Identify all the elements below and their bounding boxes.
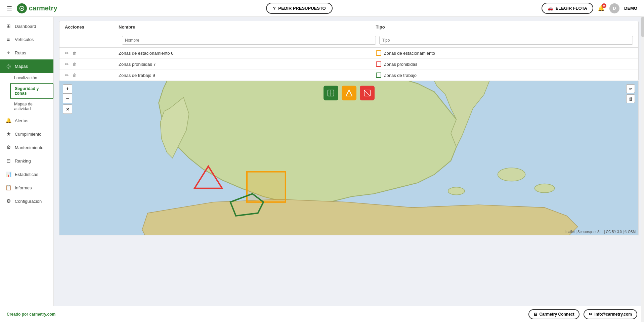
sidebar-item-label: Mantenimiento bbox=[15, 145, 43, 150]
zones-table: Acciones Nombre Tipo ✏ 🗑 Zonas de estaci… bbox=[59, 21, 639, 81]
tipo-dot-prohibidas bbox=[376, 61, 381, 67]
sidebar-item-label: Vehículos bbox=[15, 37, 34, 42]
sidebar-item-label: Estadísticas bbox=[15, 172, 38, 177]
top-navigation: ☰ carmetry ? PEDIR PRESUPUESTO 🚗 ELEGIR … bbox=[0, 0, 644, 17]
logo-text: carmetry bbox=[29, 4, 57, 12]
email-button[interactable]: ✉ info@carmetry.com bbox=[584, 309, 637, 319]
col-tipo: Tipo bbox=[376, 25, 633, 30]
svg-point-8 bbox=[535, 184, 555, 193]
table-row: ✏ 🗑 Zonas prohibidas 7 Zonas prohibidas bbox=[59, 59, 638, 70]
col-nombre: Nombre bbox=[119, 25, 376, 30]
footer-actions: ⊟ Carmetry Connect ✉ info@carmetry.com bbox=[528, 309, 637, 319]
statistics-icon: 📊 bbox=[5, 171, 11, 177]
footer-brand: carmetry.com bbox=[29, 312, 55, 317]
table-row: ✏ 🗑 Zonas de trabajo 9 Zonas de trabajo bbox=[59, 70, 638, 81]
zoom-in-button[interactable]: + bbox=[63, 84, 72, 94]
logo: carmetry bbox=[17, 3, 57, 13]
sidebar-item-rutas[interactable]: ⌖ Rutas bbox=[0, 46, 53, 59]
map-edit-controls: ✏ 🗑 bbox=[626, 84, 635, 103]
row-actions: ✏ 🗑 bbox=[65, 50, 119, 56]
maps-icon: ◎ bbox=[5, 63, 11, 69]
sidebar-item-label: Cumplimiento bbox=[15, 132, 41, 137]
user-name[interactable]: DEMO bbox=[624, 6, 637, 11]
edit-icon[interactable]: ✏ bbox=[65, 50, 69, 56]
zone-icon-trabajo[interactable] bbox=[324, 86, 338, 100]
config-icon: ⚙ bbox=[5, 198, 11, 204]
delete-icon[interactable]: 🗑 bbox=[72, 61, 77, 67]
row-tipo: Zonas de trabajo bbox=[376, 73, 633, 78]
user-avatar[interactable]: D bbox=[609, 3, 619, 13]
sidebar-item-label: Configuración bbox=[15, 199, 42, 204]
sidebar-sub-localizacion[interactable]: Localización bbox=[10, 73, 53, 83]
reports-icon: 📋 bbox=[5, 185, 11, 191]
row-nombre: Zonas de trabajo 9 bbox=[119, 73, 376, 78]
sidebar-item-alertas[interactable]: 🔔 Alertas bbox=[0, 114, 53, 127]
nav-right: 🚗 ELEGIR FLOTA 🔔 9 D DEMO bbox=[542, 3, 637, 14]
hamburger-menu[interactable]: ☰ bbox=[7, 5, 12, 12]
sidebar-item-ranking[interactable]: ⊟ Ranking bbox=[0, 154, 53, 168]
ranking-icon: ⊟ bbox=[5, 158, 11, 164]
map-attribution: Leaflet | Sensorspark S.L. | CC BY 3.0 |… bbox=[565, 230, 636, 234]
carmetry-connect-button[interactable]: ⊟ Carmetry Connect bbox=[528, 309, 579, 319]
sidebar-item-vehiculos[interactable]: ≡ Vehículos bbox=[0, 33, 53, 46]
sidebar-item-configuracion[interactable]: ⚙ Configuración bbox=[0, 194, 53, 208]
row-nombre: Zonas de estacionamiento 6 bbox=[119, 51, 376, 56]
choose-fleet-button[interactable]: 🚗 ELEGIR FLOTA bbox=[542, 3, 593, 14]
sidebar-item-estadisticas[interactable]: 📊 Estadísticas bbox=[0, 168, 53, 181]
maintenance-icon: ⚙ bbox=[5, 144, 11, 150]
scrollbar-thumb[interactable] bbox=[641, 17, 644, 37]
notification-badge: 9 bbox=[602, 3, 606, 8]
sidebar-item-mantenimiento[interactable]: ⚙ Mantenimiento bbox=[0, 141, 53, 154]
nav-center: ? PEDIR PRESUPUESTO bbox=[57, 3, 542, 14]
map-container[interactable]: + − ✕ ✏ bbox=[59, 81, 638, 235]
sidebar-item-dashboard[interactable]: ⊞ Dashboard bbox=[0, 19, 53, 33]
zone-type-icons bbox=[324, 86, 375, 100]
map-edit-button[interactable]: ✏ bbox=[626, 84, 635, 93]
request-quote-button[interactable]: ? PEDIR PRESUPUESTO bbox=[266, 3, 332, 14]
delete-icon[interactable]: 🗑 bbox=[72, 73, 77, 78]
zone-icon-estacionamiento[interactable] bbox=[342, 86, 356, 100]
connect-icon: ⊟ bbox=[534, 312, 537, 317]
alerts-icon: 🔔 bbox=[5, 118, 11, 124]
sidebar-item-informes[interactable]: 📋 Informes bbox=[0, 181, 53, 194]
sidebar-sub-mapas-actividad[interactable]: Mapas de actividad bbox=[10, 99, 53, 114]
sidebar-item-label: Ranking bbox=[15, 158, 31, 164]
scrollbar[interactable] bbox=[641, 17, 644, 306]
edit-icon[interactable]: ✏ bbox=[65, 73, 69, 78]
sidebar: ⊞ Dashboard ≡ Vehículos ⌖ Rutas ◎ Mapas … bbox=[0, 17, 54, 306]
sidebar-item-mapas[interactable]: ◎ Mapas bbox=[0, 59, 53, 73]
map-delete-button[interactable]: 🗑 bbox=[626, 94, 635, 103]
edit-icon[interactable]: ✏ bbox=[65, 61, 69, 67]
zoom-out-button[interactable]: − bbox=[63, 94, 72, 103]
table-row: ✏ 🗑 Zonas de estacionamiento 6 Zonas de … bbox=[59, 48, 638, 59]
svg-point-7 bbox=[498, 168, 525, 181]
map-controls: + − ✕ bbox=[63, 84, 72, 114]
main-content: Acciones Nombre Tipo ✏ 🗑 Zonas de estaci… bbox=[54, 17, 644, 306]
compliance-icon: ★ bbox=[5, 131, 11, 137]
crosshair-button[interactable]: ✕ bbox=[63, 104, 72, 114]
svg-marker-16 bbox=[346, 90, 352, 96]
row-actions: ✏ 🗑 bbox=[65, 73, 119, 78]
delete-icon[interactable]: 🗑 bbox=[72, 50, 77, 56]
notification-bell[interactable]: 🔔 9 bbox=[598, 5, 605, 11]
row-tipo: Zonas de estacionamiento bbox=[376, 50, 633, 56]
row-actions: ✏ 🗑 bbox=[65, 61, 119, 67]
table-header: Acciones Nombre Tipo bbox=[59, 21, 638, 33]
sidebar-sub-seguridad-zonas[interactable]: Seguridad y zonas bbox=[10, 83, 53, 99]
footer-credits: Creado por carmetry.com bbox=[7, 312, 55, 317]
map-section: + − ✕ ✏ bbox=[59, 81, 639, 235]
routes-icon: ⌖ bbox=[5, 50, 11, 56]
map-svg bbox=[59, 81, 638, 235]
sidebar-item-label: Rutas bbox=[15, 50, 26, 55]
sidebar-item-cumplimiento[interactable]: ★ Cumplimiento bbox=[0, 127, 53, 141]
filter-tipo[interactable] bbox=[379, 36, 633, 45]
col-acciones: Acciones bbox=[65, 25, 119, 30]
svg-point-0 bbox=[21, 7, 23, 9]
nav-left: ☰ carmetry bbox=[7, 3, 57, 13]
filter-nombre[interactable] bbox=[122, 36, 376, 45]
row-tipo: Zonas prohibidas bbox=[376, 61, 633, 67]
zone-icon-prohibidas[interactable] bbox=[360, 86, 375, 100]
sidebar-item-label: Mapas bbox=[15, 64, 28, 69]
question-icon: ? bbox=[273, 6, 275, 11]
email-icon: ✉ bbox=[589, 312, 592, 317]
